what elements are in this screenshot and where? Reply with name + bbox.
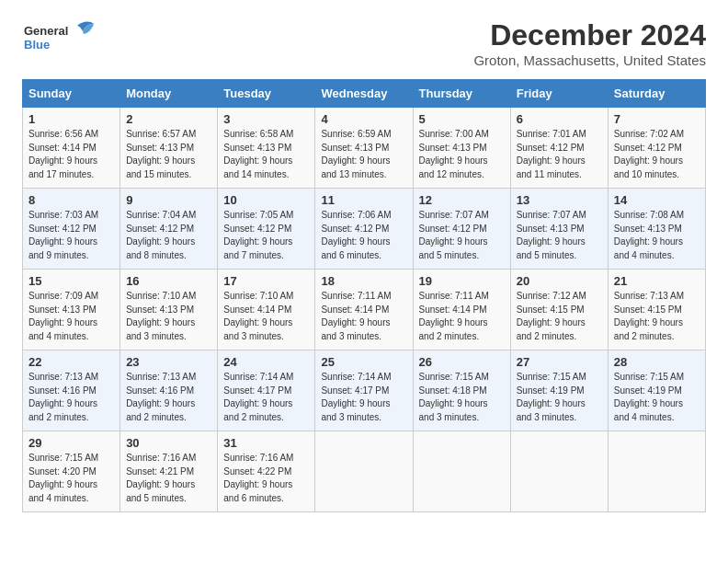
calendar-cell: 15 Sunrise: 7:09 AM Sunset: 4:13 PM Dayl… [23,270,120,350]
day-number: 4 [321,112,406,126]
calendar-cell: 17 Sunrise: 7:10 AM Sunset: 4:14 PM Dayl… [218,270,315,350]
col-saturday: Saturday [608,80,705,108]
title-area: December 2024 Groton, Massachusetts, Uni… [473,18,706,68]
col-wednesday: Wednesday [315,80,413,108]
col-monday: Monday [120,80,218,108]
calendar-cell [608,431,705,512]
calendar-cell: 8 Sunrise: 7:03 AM Sunset: 4:12 PM Dayli… [23,189,120,270]
day-info: Sunrise: 6:58 AM Sunset: 4:13 PM Dayligh… [223,128,309,181]
calendar-row: 15 Sunrise: 7:09 AM Sunset: 4:13 PM Dayl… [23,270,706,350]
calendar-cell: 20 Sunrise: 7:12 AM Sunset: 4:15 PM Dayl… [510,270,608,350]
day-number: 16 [126,274,211,288]
day-number: 6 [517,112,602,126]
col-friday: Friday [510,80,608,108]
day-number: 23 [126,355,211,369]
day-info: Sunrise: 7:11 AM Sunset: 4:14 PM Dayligh… [321,290,406,343]
col-sunday: Sunday [23,80,120,108]
calendar-row: 29 Sunrise: 7:15 AM Sunset: 4:20 PM Dayl… [23,431,706,512]
day-info: Sunrise: 7:14 AM Sunset: 4:17 PM Dayligh… [223,371,309,424]
calendar-cell: 22 Sunrise: 7:13 AM Sunset: 4:16 PM Dayl… [23,350,120,431]
day-number: 15 [28,274,114,288]
day-info: Sunrise: 7:10 AM Sunset: 4:14 PM Dayligh… [223,290,309,343]
calendar-cell: 21 Sunrise: 7:13 AM Sunset: 4:15 PM Dayl… [608,270,705,350]
day-info: Sunrise: 6:59 AM Sunset: 4:13 PM Dayligh… [321,128,406,181]
day-number: 7 [614,112,700,126]
calendar-cell: 4 Sunrise: 6:59 AM Sunset: 4:13 PM Dayli… [315,108,413,189]
calendar-cell: 19 Sunrise: 7:11 AM Sunset: 4:14 PM Dayl… [413,270,510,350]
calendar-cell: 7 Sunrise: 7:02 AM Sunset: 4:12 PM Dayli… [608,108,705,189]
day-info: Sunrise: 7:08 AM Sunset: 4:13 PM Dayligh… [614,209,700,262]
day-number: 12 [419,193,505,207]
calendar-cell: 6 Sunrise: 7:01 AM Sunset: 4:12 PM Dayli… [510,108,608,189]
calendar-row: 22 Sunrise: 7:13 AM Sunset: 4:16 PM Dayl… [23,350,706,431]
day-info: Sunrise: 7:04 AM Sunset: 4:12 PM Dayligh… [126,209,211,262]
calendar-row: 1 Sunrise: 6:56 AM Sunset: 4:14 PM Dayli… [23,108,706,189]
calendar-cell: 30 Sunrise: 7:16 AM Sunset: 4:21 PM Dayl… [120,431,218,512]
day-info: Sunrise: 6:57 AM Sunset: 4:13 PM Dayligh… [126,128,211,181]
day-number: 10 [223,193,309,207]
day-number: 26 [419,355,505,369]
calendar-cell: 23 Sunrise: 7:13 AM Sunset: 4:16 PM Dayl… [120,350,218,431]
day-number: 5 [419,112,505,126]
day-number: 14 [614,193,700,207]
calendar-cell [315,431,413,512]
day-number: 28 [614,355,700,369]
svg-text:Blue: Blue [24,38,50,52]
day-number: 3 [223,112,309,126]
header: General Blue December 2024 Groton, Massa… [22,18,706,68]
calendar-cell: 25 Sunrise: 7:14 AM Sunset: 4:17 PM Dayl… [315,350,413,431]
logo: General Blue [22,18,105,59]
calendar-cell: 18 Sunrise: 7:11 AM Sunset: 4:14 PM Dayl… [315,270,413,350]
calendar-cell: 16 Sunrise: 7:10 AM Sunset: 4:13 PM Dayl… [120,270,218,350]
day-info: Sunrise: 7:16 AM Sunset: 4:22 PM Dayligh… [223,452,309,505]
calendar-header-row: Sunday Monday Tuesday Wednesday Thursday… [23,80,706,108]
calendar-cell: 24 Sunrise: 7:14 AM Sunset: 4:17 PM Dayl… [218,350,315,431]
calendar-cell: 29 Sunrise: 7:15 AM Sunset: 4:20 PM Dayl… [23,431,120,512]
day-number: 13 [517,193,602,207]
calendar-subtitle: Groton, Massachusetts, United States [473,52,706,68]
day-info: Sunrise: 7:15 AM Sunset: 4:19 PM Dayligh… [517,371,602,424]
calendar-cell: 12 Sunrise: 7:07 AM Sunset: 4:12 PM Dayl… [413,189,510,270]
calendar-cell [510,431,608,512]
day-number: 18 [321,274,406,288]
day-info: Sunrise: 7:13 AM Sunset: 4:16 PM Dayligh… [28,371,114,424]
day-info: Sunrise: 7:06 AM Sunset: 4:12 PM Dayligh… [321,209,406,262]
day-number: 29 [28,436,114,450]
day-info: Sunrise: 7:09 AM Sunset: 4:13 PM Dayligh… [28,290,114,343]
calendar-cell: 10 Sunrise: 7:05 AM Sunset: 4:12 PM Dayl… [218,189,315,270]
day-number: 27 [517,355,602,369]
day-number: 24 [223,355,309,369]
calendar-row: 8 Sunrise: 7:03 AM Sunset: 4:12 PM Dayli… [23,189,706,270]
day-info: Sunrise: 7:15 AM Sunset: 4:19 PM Dayligh… [614,371,700,424]
day-number: 25 [321,355,406,369]
calendar-title: December 2024 [473,18,706,52]
day-number: 19 [419,274,505,288]
day-info: Sunrise: 7:15 AM Sunset: 4:18 PM Dayligh… [419,371,505,424]
calendar-cell: 26 Sunrise: 7:15 AM Sunset: 4:18 PM Dayl… [413,350,510,431]
day-number: 21 [614,274,700,288]
day-info: Sunrise: 7:00 AM Sunset: 4:13 PM Dayligh… [419,128,505,181]
calendar-cell: 9 Sunrise: 7:04 AM Sunset: 4:12 PM Dayli… [120,189,218,270]
day-info: Sunrise: 7:12 AM Sunset: 4:15 PM Dayligh… [517,290,602,343]
day-info: Sunrise: 7:02 AM Sunset: 4:12 PM Dayligh… [614,128,700,181]
day-number: 8 [28,193,114,207]
calendar-cell: 2 Sunrise: 6:57 AM Sunset: 4:13 PM Dayli… [120,108,218,189]
day-number: 17 [223,274,309,288]
calendar-cell: 14 Sunrise: 7:08 AM Sunset: 4:13 PM Dayl… [608,189,705,270]
day-info: Sunrise: 7:01 AM Sunset: 4:12 PM Dayligh… [517,128,602,181]
calendar-cell: 28 Sunrise: 7:15 AM Sunset: 4:19 PM Dayl… [608,350,705,431]
day-info: Sunrise: 7:10 AM Sunset: 4:13 PM Dayligh… [126,290,211,343]
calendar-cell [413,431,510,512]
day-info: Sunrise: 7:07 AM Sunset: 4:12 PM Dayligh… [419,209,505,262]
calendar-cell: 5 Sunrise: 7:00 AM Sunset: 4:13 PM Dayli… [413,108,510,189]
day-number: 9 [126,193,211,207]
col-thursday: Thursday [413,80,510,108]
calendar-cell: 11 Sunrise: 7:06 AM Sunset: 4:12 PM Dayl… [315,189,413,270]
calendar-cell: 3 Sunrise: 6:58 AM Sunset: 4:13 PM Dayli… [218,108,315,189]
day-info: Sunrise: 7:05 AM Sunset: 4:12 PM Dayligh… [223,209,309,262]
calendar-table: Sunday Monday Tuesday Wednesday Thursday… [22,79,706,512]
day-number: 1 [28,112,114,126]
day-info: Sunrise: 7:07 AM Sunset: 4:13 PM Dayligh… [517,209,602,262]
day-info: Sunrise: 7:11 AM Sunset: 4:14 PM Dayligh… [419,290,505,343]
day-info: Sunrise: 7:03 AM Sunset: 4:12 PM Dayligh… [28,209,114,262]
